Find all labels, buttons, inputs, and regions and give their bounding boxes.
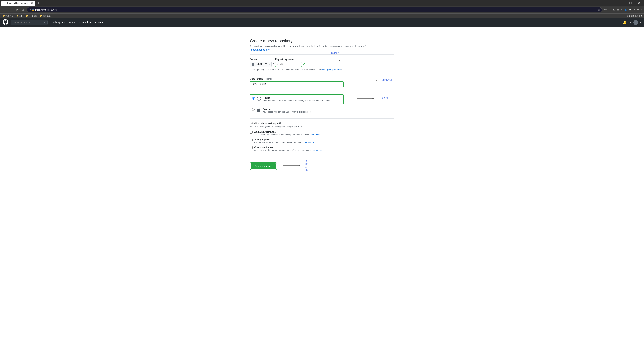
- plus-icon: +: [628, 21, 630, 24]
- maximize-btn[interactable]: ❐: [626, 1, 634, 6]
- browser-tab[interactable]: Create a New Repository ✕: [1, 1, 35, 6]
- bookmark-label-0: 常用网址: [5, 15, 14, 17]
- back-btn[interactable]: ←: [1, 7, 7, 13]
- license-option[interactable]: Choose a license A license tells others …: [250, 146, 394, 151]
- nav-issues[interactable]: Issues: [68, 21, 75, 24]
- chat-icon[interactable]: 💬: [628, 8, 632, 12]
- nav-explore[interactable]: Explore: [95, 21, 103, 24]
- extensions-icon: ⊞: [613, 8, 616, 12]
- private-icon: [256, 108, 260, 113]
- window-controls: ─ ❐ ✕: [618, 1, 643, 6]
- readme-learn-more[interactable]: Learn more.: [310, 133, 321, 136]
- toolbar-extras: 80% ··· ⊞ ▤ ⧉ 👤 💬 ↗ ↩ ≡: [603, 8, 643, 12]
- gitignore-desc: Choose which files not to track from a l…: [254, 141, 314, 144]
- refresh-btn[interactable]: ↻: [14, 7, 20, 13]
- github-header: / Pull requests Issues Marketplace Explo…: [0, 18, 644, 27]
- github-header-right: 🔔 + ▾ ▾: [623, 20, 641, 25]
- annotation-is-public: 是否公开: [379, 97, 388, 100]
- public-text: Public Anyone on the internet can see th…: [263, 97, 331, 102]
- private-radio[interactable]: [252, 108, 254, 111]
- owner-group: Owner* ywb971108 ▾: [250, 58, 272, 67]
- bookmark-item-1[interactable]: 📁 工作: [15, 14, 24, 18]
- bookmark-item-3[interactable]: 📁 我的笔记: [38, 14, 52, 18]
- main-content: Create a new repository A repository con…: [246, 34, 398, 175]
- owner-label: Owner*: [250, 58, 272, 61]
- description-optional: (optional): [264, 78, 272, 80]
- repo-name-input[interactable]: [275, 62, 302, 67]
- notification-bell-icon[interactable]: 🔔: [623, 21, 626, 24]
- annotation-project-name: 项目名称: [330, 51, 340, 54]
- public-title: Public: [263, 97, 331, 99]
- minimize-btn[interactable]: ─: [618, 1, 626, 6]
- more-options-btn[interactable]: ···: [609, 8, 612, 12]
- search-slash: /: [43, 21, 46, 24]
- nav-pull-requests[interactable]: Pull requests: [52, 21, 65, 24]
- private-desc: You choose who can see and commit to thi…: [263, 111, 312, 113]
- back-arrow-icon[interactable]: ↩: [636, 8, 640, 12]
- github-logo[interactable]: [3, 19, 8, 26]
- github-nav: Pull requests Issues Marketplace Explore: [52, 21, 103, 24]
- public-option[interactable]: Public Anyone on the internet can see th…: [250, 94, 344, 104]
- private-option[interactable]: Private You choose who can see and commi…: [250, 106, 344, 115]
- description-label-wrap: Description (optional): [250, 78, 394, 80]
- bookmark-star-icon[interactable]: ☆: [598, 9, 600, 11]
- license-label: Choose a license A license tells others …: [254, 146, 322, 151]
- search-input[interactable]: [12, 21, 42, 24]
- readme-checkbox[interactable]: [250, 131, 252, 133]
- new-item-btn[interactable]: + ▾: [628, 21, 632, 24]
- bookmark-folder-icon-1: 📁: [16, 15, 18, 17]
- create-repository-button[interactable]: Create repository: [251, 163, 276, 169]
- menu-icon[interactable]: ≡: [640, 8, 643, 12]
- close-btn[interactable]: ✕: [635, 1, 643, 6]
- description-input[interactable]: [250, 81, 344, 87]
- license-checkbox[interactable]: [250, 146, 252, 149]
- owner-select[interactable]: ywb971108 ▾: [250, 62, 272, 67]
- profile-icon[interactable]: 👤: [624, 8, 628, 12]
- repo-suggestion-link[interactable]: reimagined-palm-tree: [322, 68, 340, 71]
- bookmark-item-0[interactable]: 📁 常用网址: [1, 14, 15, 18]
- github-search[interactable]: /: [11, 20, 48, 25]
- home-btn[interactable]: ⌂: [20, 7, 26, 13]
- bookmark-folder-icon-0: 📁: [3, 15, 5, 17]
- page-title: Create a new repository: [250, 39, 394, 43]
- readme-label: Add a README file This is where you can …: [254, 130, 321, 136]
- public-radio[interactable]: [252, 97, 255, 100]
- gitignore-option[interactable]: Add .gitignore Choose which files not to…: [250, 138, 394, 144]
- forward-btn[interactable]: →: [8, 7, 13, 13]
- bookmark-label-1: 工作: [19, 15, 23, 17]
- lock-icon: 🔒: [32, 9, 34, 11]
- bookmark-item-2[interactable]: 📁 学习书签: [25, 14, 38, 18]
- bookmark-label-3: 我的笔记: [42, 15, 51, 17]
- mobile-bookmarks[interactable]: 移动设备上的书签: [626, 15, 643, 17]
- owner-dropdown-icon: ▾: [268, 63, 270, 66]
- address-url-text[interactable]: https://github.com/new: [35, 9, 597, 11]
- bookmarks-bar: 📁 常用网址 📁 工作 📁 学习书签 📁 我的笔记 移动设备上的书签: [0, 14, 644, 18]
- avatar-chevron-icon[interactable]: ▾: [640, 21, 641, 24]
- tab-close-btn[interactable]: ✕: [31, 2, 33, 4]
- chevron-down-icon: ▾: [630, 21, 632, 24]
- gitignore-learn-more[interactable]: Learn more.: [304, 141, 314, 144]
- readme-option[interactable]: Add a README file This is where you can …: [250, 130, 394, 136]
- shield-icon: 🛡: [29, 9, 31, 11]
- address-bar[interactable]: 🛡 🔒 https://github.com/new ☆: [27, 7, 602, 13]
- repo-hint: Great repository names are short and mem…: [250, 68, 394, 71]
- page-subtitle: A repository contains all project files,…: [250, 45, 394, 47]
- init-subtitle: Skip this step if you're importing an ex…: [250, 125, 394, 128]
- tab-sync-icon: ⧉: [620, 8, 623, 12]
- import-link[interactable]: Import a repository.: [250, 48, 270, 51]
- bookmark-folder-icon-3: 📁: [40, 15, 42, 17]
- new-tab-btn[interactable]: +: [36, 1, 41, 5]
- tab-favicon: [3, 2, 6, 4]
- repo-name-label: Repository name*: [275, 58, 306, 61]
- gitignore-checkbox[interactable]: [250, 138, 252, 141]
- tab-title: Create a New Repository: [7, 2, 30, 4]
- share-icon[interactable]: ↗: [633, 8, 636, 12]
- sidebar-btn[interactable]: ▤: [616, 8, 620, 12]
- private-title: Private: [263, 108, 312, 110]
- user-avatar[interactable]: [634, 20, 638, 25]
- bookmark-label-2: 学习书签: [29, 15, 37, 17]
- nav-marketplace[interactable]: Marketplace: [79, 21, 92, 24]
- readme-desc: This is where you can write a long descr…: [254, 133, 321, 136]
- license-learn-more[interactable]: Learn more.: [312, 149, 323, 151]
- owner-avatar-small: [252, 63, 254, 66]
